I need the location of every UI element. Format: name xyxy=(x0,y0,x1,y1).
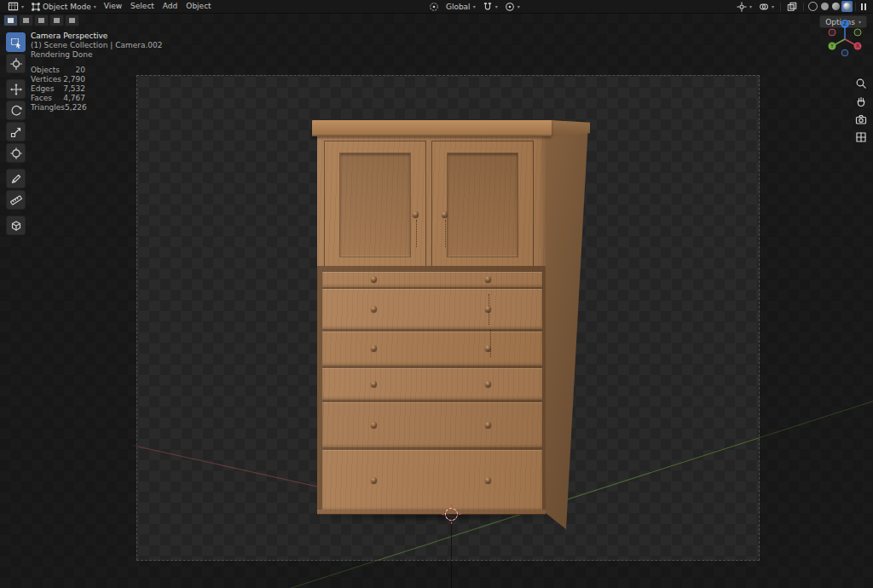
cursor-icon xyxy=(10,58,22,70)
chevron-down-icon: ▾ xyxy=(21,3,24,9)
menu-select[interactable]: Select xyxy=(126,0,159,13)
measure-ruler-icon xyxy=(10,194,22,206)
toggle-perspective-button[interactable] xyxy=(854,130,868,144)
chevron-down-icon: ▾ xyxy=(749,3,752,9)
tool-select-box-button[interactable] xyxy=(6,32,26,52)
transform-pivot-selector[interactable] xyxy=(425,0,442,13)
svg-text:Y: Y xyxy=(830,43,834,49)
tool-measure-button[interactable] xyxy=(6,190,26,210)
tool-cursor-button[interactable] xyxy=(6,54,26,73)
menu-view[interactable]: View xyxy=(100,0,126,13)
select-mode-extend-button[interactable] xyxy=(19,14,33,26)
grid-icon xyxy=(855,131,867,143)
pivot-point-icon xyxy=(429,2,439,12)
proportional-edit-icon xyxy=(505,2,515,12)
stat-row: Triangles5,226 xyxy=(31,103,85,112)
annotate-pencil-icon xyxy=(10,173,22,185)
shading-wireframe-button[interactable] xyxy=(807,0,819,13)
tool-annotate-button[interactable] xyxy=(6,169,26,188)
gizmo-icon xyxy=(737,2,747,12)
scene-statistics: Objects20 Vertices2,790 Edges7,532 Faces… xyxy=(31,66,163,112)
cabinet-drawer-stack xyxy=(317,266,546,515)
zoom-icon xyxy=(855,78,867,89)
camera-icon xyxy=(855,113,867,125)
render-status: Rendering Done xyxy=(31,50,163,60)
viewport-info-overlay: Camera Perspective (1) Scene Collection … xyxy=(31,32,163,112)
navigation-gizmo[interactable]: Z X Y xyxy=(824,15,865,60)
orientation-label: Global xyxy=(446,3,471,11)
3d-cursor[interactable] xyxy=(445,508,458,521)
chevron-down-icon: ▾ xyxy=(772,3,774,9)
cabinet-door-right xyxy=(431,141,534,268)
chevron-down-icon: ▾ xyxy=(94,3,96,9)
axis-minus-x xyxy=(829,29,835,36)
drawer xyxy=(321,271,543,288)
cabinet-cornice xyxy=(312,120,552,136)
seam-dots xyxy=(416,220,417,247)
chevron-down-icon: ▾ xyxy=(495,3,498,9)
viewport-3d[interactable]: Camera Perspective (1) Scene Collection … xyxy=(0,13,873,588)
menu-object[interactable]: Object xyxy=(182,0,215,13)
transform-icon xyxy=(10,147,22,159)
axis-minus-z xyxy=(841,49,848,56)
stat-row: Faces4,767 xyxy=(31,94,85,103)
stat-row: Objects20 xyxy=(31,66,85,75)
cabinet-front xyxy=(317,134,546,514)
tool-settings-bar xyxy=(3,14,79,26)
view-name: Camera Perspective xyxy=(31,32,163,41)
mode-label: Object Mode xyxy=(43,3,91,11)
tool-transform-button[interactable] xyxy=(6,143,26,163)
shading-solid-button[interactable] xyxy=(819,1,830,12)
door-knob xyxy=(413,211,419,217)
menu-add[interactable]: Add xyxy=(159,0,182,13)
shading-material-button[interactable] xyxy=(830,1,841,12)
active-collection: (1) Scene Collection | Camera.002 xyxy=(31,41,163,50)
zoom-button[interactable] xyxy=(854,77,868,90)
overlays-icon xyxy=(759,2,769,12)
editor-type-selector[interactable]: ▾ xyxy=(4,0,27,13)
select-mode-new-button[interactable] xyxy=(3,14,18,26)
snap-toggle[interactable]: ▾ xyxy=(479,0,501,13)
scale-icon xyxy=(10,126,22,138)
seam-dots xyxy=(490,330,491,357)
xray-icon xyxy=(787,2,797,12)
pan-button[interactable] xyxy=(854,95,868,108)
tool-add-cube-button[interactable] xyxy=(6,216,26,235)
cabinet-door-left xyxy=(324,141,426,268)
magnet-icon xyxy=(483,2,493,12)
door-knob xyxy=(442,211,448,217)
rendered-shading-icon xyxy=(843,3,851,10)
drawer xyxy=(321,449,543,511)
chevron-down-icon: ▾ xyxy=(517,3,520,9)
stat-row: Edges7,532 xyxy=(31,84,85,94)
select-mode-intersect-button[interactable] xyxy=(65,14,79,26)
transform-orientation-selector[interactable]: Global ▾ xyxy=(442,0,479,13)
shading-rendered-button[interactable] xyxy=(841,1,853,12)
wireframe-icon xyxy=(808,2,818,11)
tool-move-button[interactable] xyxy=(6,79,26,99)
hand-icon xyxy=(855,95,867,107)
pause-button[interactable] xyxy=(859,3,869,10)
show-gizmo-toggle[interactable]: ▾ xyxy=(733,0,755,13)
move-icon xyxy=(10,84,22,95)
seam-dots xyxy=(445,220,446,247)
chevron-down-icon: ▾ xyxy=(473,3,476,9)
svg-text:X: X xyxy=(856,43,860,49)
add-cube-icon xyxy=(10,220,22,232)
proportional-edit-toggle[interactable]: ▾ xyxy=(501,0,523,13)
drawer xyxy=(321,367,543,401)
viewport-editor-icon xyxy=(8,1,19,12)
select-mode-subtract-button[interactable] xyxy=(34,14,49,26)
tool-scale-button[interactable] xyxy=(6,122,26,141)
mode-selector[interactable]: Object Mode ▾ xyxy=(27,0,100,13)
viewport-nav-buttons xyxy=(854,77,868,144)
camera-view-button[interactable] xyxy=(854,112,868,126)
door-panel xyxy=(447,153,518,257)
tool-rotate-button[interactable] xyxy=(6,101,26,120)
origin-vertical-line xyxy=(451,521,452,588)
top-menu-bar: ▾ Object Mode ▾ View Select Add Object G… xyxy=(0,0,873,14)
select-mode-invert-button[interactable] xyxy=(49,14,64,26)
show-overlays-toggle[interactable]: ▾ xyxy=(755,0,778,13)
toggle-xray-button[interactable] xyxy=(783,0,801,13)
drawer xyxy=(321,401,543,448)
